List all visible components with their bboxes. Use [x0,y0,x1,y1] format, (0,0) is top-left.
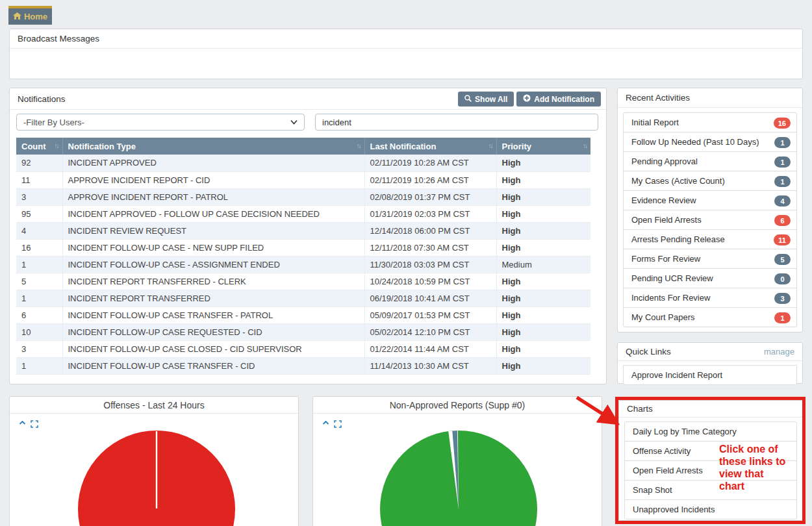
last-notification-cell: 12/14/2018 06:00 PM CST [364,222,496,239]
recent-activity-item[interactable]: My Court Papers1 [623,307,797,327]
priority-cell: Medium [496,256,590,273]
home-icon [13,12,21,21]
priority-cell: High [496,323,590,340]
column-header-label: Notification Type [68,142,136,151]
add-notification-button[interactable]: Add Notification [516,92,601,106]
count-badge: 1 [774,176,791,187]
recent-activity-item[interactable]: Open Field Arrests6 [623,210,797,230]
last-notification-cell: 05/02/2014 12:10 PM CST [364,323,496,340]
recent-activities-panel: Recent Activities Initial Report16Follow… [617,88,803,332]
count-badge: 0 [774,273,791,284]
manage-link[interactable]: manage [764,347,794,357]
table-row: 1INCIDENT FOLLOW-UP CASE - ASSIGNMENT EN… [16,256,590,273]
recent-activity-item[interactable]: Arrests Pending Release11 [623,229,797,249]
sort-icon[interactable]: ↑↓ [357,142,361,149]
recent-activity-item[interactable]: My Cases (Active Count)1 [623,171,797,191]
column-header-label: Last Notification [370,142,437,151]
count-cell[interactable]: 6 [16,307,62,323]
quick-link-item[interactable]: Approve Incident Report [623,365,797,385]
recent-activity-item[interactable]: Initial Report16 [623,112,797,132]
column-header[interactable]: Last Notification↑↓ [364,138,496,155]
sort-icon[interactable]: ↑↓ [488,142,492,149]
sort-icon[interactable]: ↑↓ [583,142,587,149]
add-notification-label: Add Notification [534,95,594,104]
type-cell: INCIDENT FOLLOW-UP CASE TRANSFER - CID [62,357,364,374]
tab-home[interactable]: Home [8,6,52,25]
type-cell: INCIDENT REPORT TRANSFERRED - CLERK [62,273,364,290]
filter-users-select[interactable]: -Filter By Users- [16,114,305,131]
recent-activity-item[interactable]: Pending UCR Review0 [623,268,797,288]
notifications-table: Count↑↓Notification Type↑↓Last Notificat… [16,138,590,375]
offenses-chart-panel: Offenses - Last 24 Hours [9,396,299,526]
count-cell[interactable]: 10 [16,323,62,340]
count-cell[interactable]: 95 [16,205,62,222]
count-cell[interactable]: 1 [16,357,62,374]
recent-activity-label: Incidents For Review [631,293,710,303]
table-row: 6INCIDENT FOLLOW-UP CASE TRANSFER - PATR… [16,307,590,323]
chart-link-item[interactable]: Offense Activity [624,441,797,461]
chart-link-item[interactable]: Snap Shot [624,480,797,500]
recent-activity-item[interactable]: Follow Up Needed (Past 10 Days)1 [623,132,797,152]
count-cell[interactable]: 1 [16,256,62,273]
count-badge: 5 [774,254,791,265]
last-notification-cell: 02/08/2019 01:37 PM CST [364,188,496,205]
column-header[interactable]: Notification Type↑↓ [62,138,364,155]
table-header-row: Count↑↓Notification Type↑↓Last Notificat… [16,138,590,155]
recent-activity-item[interactable]: Forms For Review5 [623,249,797,269]
offenses-pie-chart[interactable] [10,414,299,526]
chart-link-item-label: Unapproved Incidents [633,505,715,514]
recent-activity-label: Arrests Pending Release [631,234,725,244]
sort-icon[interactable]: ↑↓ [55,142,58,149]
count-cell[interactable]: 11 [16,171,62,188]
recent-activity-item[interactable]: Evidence Review4 [623,190,797,210]
type-cell: INCIDENT REPORT TRANSFERRED [62,290,364,307]
table-row: 5INCIDENT REPORT TRANSFERRED - CLERK10/2… [16,273,590,290]
chart-link-item[interactable]: Open Field Arrests [624,460,797,481]
priority-cell: High [496,188,590,205]
chart-link-item[interactable]: Daily Log by Time Category [624,421,797,442]
count-cell[interactable]: 1 [16,290,62,307]
recent-activity-item[interactable]: Pending Approval1 [623,151,797,171]
table-row: 3INCIDENT FOLLOW-UP CASE CLOSED - CID SU… [16,340,590,357]
last-notification-cell: 01/22/2014 11:44 AM CST [364,340,496,357]
count-cell[interactable]: 5 [16,273,62,290]
chart-link-item[interactable]: Unapproved Incidents [624,499,797,520]
table-row: 4INCIDENT REVIEW REQUEST12/14/2018 06:00… [16,222,590,239]
table-row: 95INCIDENT APPROVED - FOLLOW UP CASE DEC… [16,205,590,222]
quick-link-item-label: Approve Incident Report [631,370,722,380]
dashboard-page: Home Broadcast Messages Notifications Sh… [0,0,812,526]
count-cell[interactable]: 92 [16,155,62,171]
last-notification-cell: 12/11/2018 07:30 AM CST [364,239,496,256]
show-all-label: Show All [475,95,507,104]
table-row: 1INCIDENT FOLLOW-UP CASE TRANSFER - CID1… [16,357,590,374]
notifications-panel: Notifications Show All Add Notification [9,88,607,384]
notifications-title: Notifications [18,94,66,104]
last-notification-cell: 02/11/2019 10:28 AM CST [364,155,496,171]
recent-activity-label: Follow Up Needed (Past 10 Days) [631,137,759,147]
recent-activity-item[interactable]: Incidents For Review3 [623,288,797,308]
count-badge: 11 [774,234,791,245]
table-row: 3APPROVE INCIDENT REPORT - PATROL02/08/2… [16,188,590,205]
search-input[interactable] [315,114,598,131]
recent-activity-label: My Court Papers [631,312,695,322]
count-cell[interactable]: 3 [16,340,62,357]
count-cell[interactable]: 3 [16,188,62,205]
priority-cell: High [496,205,590,222]
show-all-button[interactable]: Show All [458,92,514,106]
nonapproved-pie-chart[interactable] [313,414,603,526]
type-cell: INCIDENT REVIEW REQUEST [62,222,364,239]
quick-links-title: Quick Links [626,347,671,357]
chart-link-item-label: Snap Shot [633,485,672,495]
broadcast-messages-title: Broadcast Messages [10,29,802,49]
column-header[interactable]: Count↑↓ [16,138,62,155]
search-icon [464,95,472,104]
table-row: 10INCIDENT FOLLOW-UP CASE REQUESTED - CI… [16,323,590,340]
count-badge: 1 [774,312,791,323]
count-cell[interactable]: 16 [16,239,62,256]
column-header[interactable]: Priority↑↓ [496,138,590,155]
count-badge: 6 [774,215,791,226]
chart-link-item-label: Daily Log by Time Category [633,427,737,436]
table-row: 1INCIDENT REPORT TRANSFERRED06/19/2018 1… [16,290,590,307]
count-cell[interactable]: 4 [16,222,62,239]
column-header-label: Priority [502,142,532,151]
